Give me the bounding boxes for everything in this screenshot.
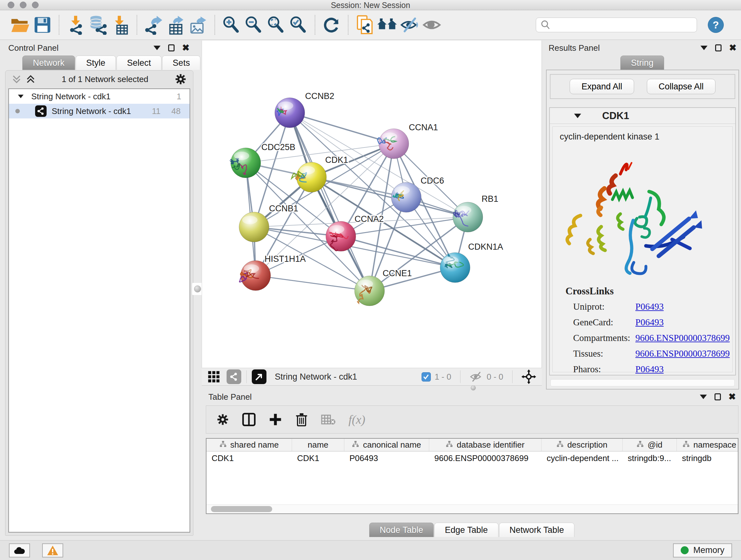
zoom-selected-button[interactable] <box>287 14 310 36</box>
node-cdc6[interactable] <box>391 182 421 212</box>
collapse-all-button[interactable]: Collapse All <box>647 79 716 94</box>
search-input[interactable] <box>551 18 693 31</box>
tab-network[interactable]: Network <box>22 56 75 70</box>
column-header-namespace[interactable]: namespace <box>677 439 738 451</box>
crosslink-genecard-[interactable]: P06493 <box>635 317 664 327</box>
help-button[interactable]: ? <box>708 17 724 33</box>
table-cell[interactable]: CDK1 <box>206 451 292 465</box>
column-header-canonical-name[interactable]: canonical name <box>344 439 429 451</box>
hide-selected-button[interactable] <box>398 14 421 36</box>
birds-eye-view-button[interactable] <box>252 369 266 384</box>
tab-select[interactable]: Select <box>117 56 161 70</box>
grid-view-icon[interactable] <box>207 370 220 383</box>
float-panel-icon[interactable] <box>168 44 175 51</box>
export-table-button[interactable] <box>165 14 187 36</box>
panel-menu-icon[interactable] <box>700 395 707 399</box>
function-builder-icon[interactable]: f(x) <box>348 413 365 427</box>
import-table-button[interactable] <box>109 14 131 36</box>
memory-button[interactable]: Memory <box>673 543 732 557</box>
network-collection-row[interactable]: String Network - cdk1 1 <box>9 89 190 104</box>
column-header-name[interactable]: name <box>292 439 344 451</box>
node-cdk1[interactable] <box>292 162 327 192</box>
tab-network-table[interactable]: Network Table <box>499 523 575 537</box>
table-cell[interactable]: CDK1 <box>292 451 344 465</box>
warnings-button[interactable] <box>42 543 63 557</box>
node-hist1h1a[interactable] <box>239 260 271 291</box>
tab-style[interactable]: Style <box>76 56 116 70</box>
expand-all-icon[interactable] <box>26 74 36 84</box>
column-header-database-identifier[interactable]: database identifier <box>429 439 542 451</box>
panel-menu-icon[interactable] <box>700 46 708 50</box>
first-neighbors-button[interactable] <box>376 14 398 36</box>
left-splitter-handle[interactable] <box>192 283 203 295</box>
tab-string[interactable]: String <box>620 56 664 70</box>
pan-crosshair-icon[interactable] <box>522 369 536 384</box>
cloud-status-button[interactable] <box>9 543 30 557</box>
edge-ccnb2-ccne1[interactable] <box>290 113 369 291</box>
close-panel-icon[interactable]: ✖ <box>729 44 737 51</box>
tab-edge-table[interactable]: Edge Table <box>434 523 498 537</box>
node-ccne1[interactable] <box>354 276 385 306</box>
node-cdkn1a[interactable] <box>440 253 470 283</box>
bottom-splitter-handle[interactable] <box>469 386 477 390</box>
table-horizontal-scrollbar[interactable] <box>206 504 738 513</box>
network-graph[interactable]: CCNB2CCNA1CDC25BCDK1CDC6RB1CCNB1CCNA2CDK… <box>202 41 542 367</box>
network-view-icon[interactable] <box>226 369 241 384</box>
edge-cdk1-rb1[interactable] <box>312 177 468 217</box>
table-cell[interactable]: P06493 <box>344 451 429 465</box>
collapse-entry-icon[interactable] <box>574 114 581 118</box>
zoom-fit-button[interactable] <box>265 14 287 36</box>
node-ccna2[interactable] <box>326 221 356 251</box>
node-details-header[interactable]: CDK1 <box>550 108 735 124</box>
zoom-out-button[interactable] <box>243 14 265 36</box>
close-panel-icon[interactable]: ✖ <box>182 44 190 51</box>
add-column-icon[interactable] <box>269 413 282 426</box>
collapse-all-icon[interactable] <box>12 74 21 84</box>
delete-column-icon[interactable] <box>295 412 308 427</box>
crosslink-tissues-[interactable]: 9606.ENSP00000378699 <box>635 348 730 359</box>
node-ccnb2[interactable] <box>275 98 305 128</box>
tab-node-table[interactable]: Node Table <box>369 523 434 537</box>
new-network-from-selection-button[interactable] <box>354 14 376 36</box>
table-options-gear-icon[interactable] <box>216 413 229 426</box>
panel-menu-icon[interactable] <box>153 46 160 50</box>
network-canvas[interactable]: CCNB2CCNA1CDC25BCDK1CDC6RB1CCNB1CCNA2CDK… <box>202 41 542 368</box>
open-session-button[interactable] <box>9 14 31 36</box>
table-cell[interactable]: stringdb <box>677 451 738 465</box>
column-header--id[interactable]: @id <box>623 439 677 451</box>
crosslink-pharos-[interactable]: P06493 <box>635 364 664 374</box>
table-cell[interactable]: 9606.ENSP00000378699 <box>429 451 542 465</box>
crosslink-compartments-[interactable]: 9606.ENSP00000378699 <box>635 333 730 343</box>
float-panel-icon[interactable] <box>715 44 722 51</box>
tab-sets[interactable]: Sets <box>162 56 200 70</box>
show-columns-icon[interactable] <box>242 413 256 427</box>
table-cell[interactable]: cyclin-dependent ... <box>542 451 623 465</box>
edge-hist1h1a-ccne1[interactable] <box>256 275 369 291</box>
close-panel-icon[interactable]: ✖ <box>729 393 736 400</box>
import-network-database-button[interactable] <box>87 14 109 36</box>
results-scrollbar[interactable] <box>550 379 735 386</box>
crosslink-uniprot-[interactable]: P06493 <box>635 301 664 312</box>
node-rb1[interactable] <box>453 202 483 232</box>
network-row[interactable]: String Network - cdk1 11 48 <box>9 104 190 118</box>
export-image-button[interactable] <box>187 14 209 36</box>
export-network-button[interactable] <box>142 14 165 36</box>
delete-table-icon[interactable] <box>321 414 336 425</box>
node-ccna1[interactable] <box>378 129 409 159</box>
node-cdc25b[interactable] <box>231 148 261 178</box>
table-row[interactable]: CDK1CDK1P064939606.ENSP00000378699cyclin… <box>206 451 738 465</box>
import-network-file-button[interactable] <box>64 14 87 36</box>
column-header-description[interactable]: description <box>542 439 623 451</box>
expand-all-button[interactable]: Expand All <box>569 79 634 94</box>
save-session-button[interactable] <box>31 14 54 36</box>
zoom-in-button[interactable] <box>220 14 243 36</box>
gear-icon[interactable] <box>175 73 187 85</box>
scrollbar-thumb[interactable] <box>211 506 272 512</box>
float-panel-icon[interactable] <box>715 393 721 400</box>
show-all-button[interactable] <box>421 14 443 36</box>
selected-items-checkbox[interactable] <box>421 372 431 381</box>
apply-layout-button[interactable] <box>320 14 343 36</box>
table-cell[interactable]: stringdb:9... <box>623 451 677 465</box>
node-ccnb1[interactable] <box>239 212 269 242</box>
column-header-shared-name[interactable]: shared name <box>206 439 292 451</box>
